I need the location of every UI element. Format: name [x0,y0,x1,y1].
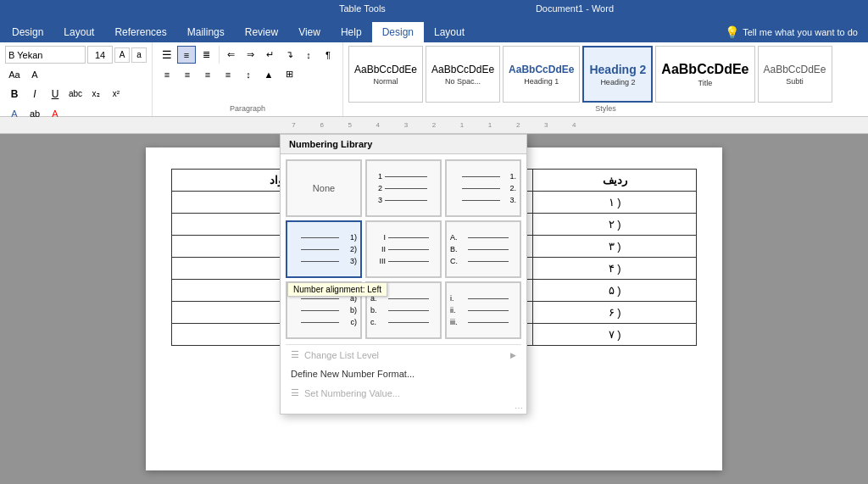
numbering-option-roman-upper[interactable]: I II III [365,220,442,278]
tab-view[interactable]: View [288,22,331,42]
decrease-font-button[interactable]: a [131,47,147,63]
styles-group: AaBbCcDdEe Normal AaBbCcDdEe No Spac... … [343,42,868,116]
tab-mailings[interactable]: Mailings [177,22,235,42]
align-right-button[interactable]: ≡ [198,65,217,83]
lightbulb-icon: 💡 [725,25,739,39]
numbering-library-header: Numbering Library [281,135,526,154]
style-title[interactable]: AaBbCcDdEe Title [655,46,754,103]
tab-help[interactable]: Help [331,22,372,42]
rtl-button[interactable]: ↵ [260,46,279,64]
none-label: None [313,183,335,193]
change-list-level-label: Change List Level [304,350,379,360]
font-group: A a Aa A B I U abc x₂ x² A ab A Font [0,42,153,116]
bullets-button[interactable]: ☰ [158,46,176,64]
table-cell-radif: ( ۷ [533,324,697,346]
shading-button[interactable]: ▲ [259,65,278,83]
table-cell-radif: ( ۵ [533,280,697,302]
dropdown-resize-handle[interactable]: ⋯ [281,403,526,414]
table-cell-radif: ( ۳ [533,236,697,258]
numbering-option-arabic[interactable]: 1 2 3 [365,159,442,217]
paragraph-group-label: Paragraph [158,104,337,113]
numbering-option-roman-lower[interactable]: i. ii. iii. [445,281,521,339]
italic-button[interactable]: I [25,85,44,103]
numbering-option-arabic-paren[interactable]: (1 (2 (3 Number alignment: Left [286,220,362,278]
heading2-label: Heading 2 [589,63,646,76]
increase-indent-button[interactable]: ⇒ [241,46,259,64]
numbering-options-grid: None 1 2 3 .1 [281,154,526,344]
number-alignment-tooltip: Number alignment: Left [287,282,387,297]
increase-font-button[interactable]: A [114,47,130,63]
strikethrough-button[interactable]: abc [66,85,85,103]
submenu-arrow-icon: ▶ [510,351,516,359]
numbering-button[interactable]: ≡ [177,46,196,64]
tab-layout-table[interactable]: Layout [424,22,475,42]
numbering-option-arabic-dot[interactable]: .1 .2 .3 [445,159,521,217]
justify-button[interactable]: ≡ [219,65,237,83]
table-cell-radif: ( ۱ [533,192,697,214]
style-normal[interactable]: AaBbCcDdEe Normal [348,46,423,103]
numbering-dropdown: Numbering Library None 1 2 3 [280,134,527,414]
paragraph-group: ☰ ≡ ≣ ⇐ ⇒ ↵ ↴ ↕ ¶ ≡ ≡ ≡ ≡ ↕ ▲ ⊞ Paragrap… [153,42,343,116]
tab-design-main[interactable]: Design [2,22,53,42]
define-new-format-item[interactable]: Define New Number Format... [281,364,526,383]
tab-references[interactable]: References [104,22,176,42]
tab-design-table[interactable]: Design [372,22,424,42]
set-numbering-icon: ☰ [291,387,299,398]
style-subtitle[interactable]: AaBbCcDdEe Subti [758,46,832,103]
table-cell-radif: ( ۶ [533,302,697,324]
clear-format-button[interactable]: A [25,65,44,83]
decrease-indent-button[interactable]: ⇐ [221,46,240,64]
set-numbering-value-label: Set Numbering Value... [304,388,400,398]
set-numbering-value-item[interactable]: ☰ Set Numbering Value... [281,383,526,403]
case-button[interactable]: Aa [5,65,24,83]
subscript-button[interactable]: x₂ [86,85,105,103]
main-area: رديف نام نام خانواد ( ۱ ( ۲ [0,134,868,484]
title-bar-text: Document1 - Word [536,3,614,14]
borders-button[interactable]: ⊞ [280,65,298,83]
line-spacing-button[interactable]: ↕ [239,65,258,83]
table-cell-radif: ( ۲ [533,214,697,236]
align-center-button[interactable]: ≡ [178,65,197,83]
tab-layout[interactable]: Layout [53,22,104,42]
multilevel-list-button[interactable]: ≣ [197,46,215,64]
define-new-format-label: Define New Number Format... [291,369,415,379]
ruler: 7654321 1234 [0,117,868,134]
superscript-button[interactable]: x² [107,85,125,103]
align-left-button[interactable]: ≡ [158,65,176,83]
table-header-radif: رديف [533,170,697,192]
style-heading2[interactable]: Heading 2 Heading 2 [582,46,653,103]
change-list-level-icon: ☰ [291,349,299,360]
styles-group-label: Styles [348,104,863,113]
tell-me-text: Tell me what you want to do [743,27,858,37]
ltr-button[interactable]: ↴ [280,46,298,64]
sort-button[interactable]: ↕ [299,46,318,64]
table-cell-radif: ( ۴ [533,258,697,280]
bold-button[interactable]: B [5,85,24,103]
table-tools-label: Table Tools [339,3,386,14]
font-size-select[interactable] [87,46,113,64]
numbering-option-none[interactable]: None [286,159,362,217]
style-heading1[interactable]: AaBbCcDdEe Heading 1 [503,46,580,103]
pilcrow-button[interactable]: ¶ [319,46,337,64]
underline-button[interactable]: U [46,85,64,103]
change-list-level-item[interactable]: ☰ Change List Level ▶ [281,345,526,364]
tab-review[interactable]: Review [235,22,288,42]
style-no-spacing[interactable]: AaBbCcDdEe No Spac... [426,46,500,103]
numbering-option-alpha-upper[interactable]: A. B. C. [445,220,521,278]
font-name-select[interactable] [5,46,86,64]
tell-me-bar[interactable]: 💡 Tell me what you want to do [715,25,868,42]
